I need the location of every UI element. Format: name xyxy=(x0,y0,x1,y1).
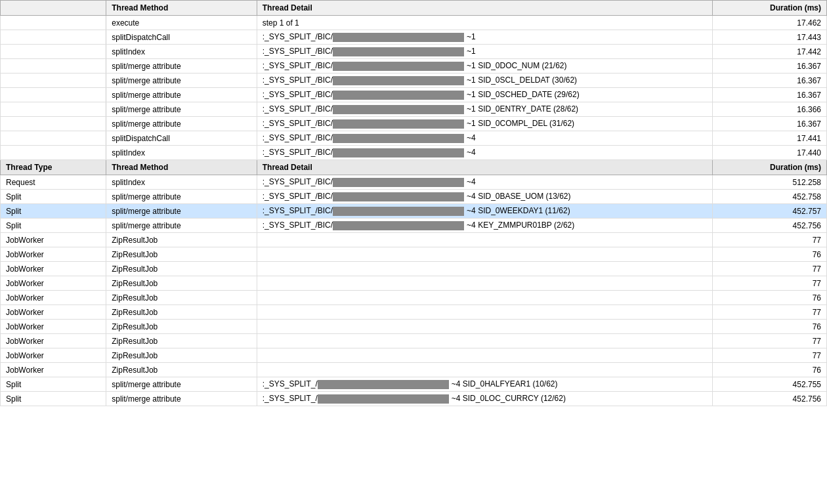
table-row: JobWorkerZipResultJob77 xyxy=(1,262,827,276)
empty-type-cell xyxy=(1,30,106,45)
thread-detail-cell: :_SYS_SPLIT_/BIC/~1 SID_0DOC_NUM (21/62) xyxy=(257,59,713,74)
table-row: split/merge attribute:_SYS_SPLIT_/BIC/~1… xyxy=(1,74,827,88)
duration-cell: 452.756 xyxy=(713,219,827,233)
section2-header-row: Thread Type Thread Method Thread Detail … xyxy=(1,160,827,175)
s1-empty-header xyxy=(1,1,106,16)
duration-cell: 77 xyxy=(713,276,827,291)
duration-cell: 76 xyxy=(713,363,827,377)
redacted-block xyxy=(333,33,464,42)
thread-method-cell: ZipResultJob xyxy=(106,348,257,363)
thread-detail-cell: :_SYS_SPLIT_/BIC/~4 SID_0BASE_UOM (13/62… xyxy=(257,190,713,204)
thread-method-cell: splitIndex xyxy=(106,175,257,190)
thread-type-cell: JobWorker xyxy=(1,233,106,247)
table-row: Splitsplit/merge attribute:_SYS_SPLIT_/B… xyxy=(1,190,827,204)
thread-method-cell: split/merge attribute xyxy=(106,190,257,204)
detail-prefix: :_SYS_SPLIT_/BIC/ xyxy=(263,75,333,85)
detail-prefix: :_SYS_SPLIT_/BIC/ xyxy=(263,133,333,142)
redacted-block xyxy=(333,62,464,71)
table-row: executestep 1 of 117.462 xyxy=(1,16,827,30)
thread-detail-cell: :_SYS_SPLIT_/BIC/~4 xyxy=(257,175,713,190)
table-row: JobWorkerZipResultJob76 xyxy=(1,291,827,305)
detail-suffix: ~4 xyxy=(467,148,476,157)
detail-prefix: :_SYS_SPLIT_/BIC/ xyxy=(263,177,333,186)
detail-suffix: ~4 SID_0BASE_UOM (13/62) xyxy=(467,192,570,201)
detail-prefix: :_SYS_SPLIT_/BIC/ xyxy=(263,206,333,215)
detail-suffix: ~4 xyxy=(467,133,476,142)
table-row: JobWorkerZipResultJob77 xyxy=(1,334,827,348)
thread-type-cell: JobWorker xyxy=(1,305,106,320)
detail-suffix: ~4 SID_0HALFYEAR1 (10/62) xyxy=(452,379,558,388)
thread-method-cell: split/merge attribute xyxy=(106,204,257,219)
thread-method-cell: split/merge attribute xyxy=(106,59,257,74)
thread-method-cell: split/merge attribute xyxy=(106,102,257,117)
redacted-block xyxy=(333,91,464,100)
thread-type-cell: JobWorker xyxy=(1,276,106,291)
thread-detail-cell xyxy=(257,233,713,247)
detail-suffix: ~4 SID_0WEEKDAY1 (11/62) xyxy=(467,206,570,215)
detail-suffix: ~4 xyxy=(467,177,476,186)
table-row: splitIndex:_SYS_SPLIT_/BIC/~417.440 xyxy=(1,146,827,160)
redacted-block xyxy=(333,207,464,216)
detail-suffix: ~4 SID_0LOC_CURRCY (12/62) xyxy=(452,394,566,403)
detail-prefix: :_SYS_SPLIT_/BIC/ xyxy=(263,119,333,128)
empty-type-cell xyxy=(1,102,106,117)
section2-body: RequestsplitIndex:_SYS_SPLIT_/BIC/~4512.… xyxy=(1,175,827,406)
section1-header-row: Thread Method Thread Detail Duration (ms… xyxy=(1,1,827,16)
thread-type-cell: JobWorker xyxy=(1,348,106,363)
detail-prefix: :_SYS_SPLIT_/ xyxy=(263,394,318,403)
duration-cell: 16.367 xyxy=(713,74,827,88)
empty-type-cell xyxy=(1,45,106,59)
table-row: Splitsplit/merge attribute:_SYS_SPLIT_/B… xyxy=(1,219,827,233)
thread-detail-cell: :_SYS_SPLIT_/BIC/~4 SID_0WEEKDAY1 (11/62… xyxy=(257,204,713,219)
thread-detail-cell: :_SYS_SPLIT_/~4 SID_0HALFYEAR1 (10/62) xyxy=(257,377,713,392)
empty-type-cell xyxy=(1,74,106,88)
redacted-block xyxy=(333,47,464,56)
thread-detail-cell xyxy=(257,334,713,348)
detail-prefix: :_SYS_SPLIT_/BIC/ xyxy=(263,47,333,56)
thread-type-cell: JobWorker xyxy=(1,247,106,262)
thread-detail-cell: :_SYS_SPLIT_/BIC/~1 xyxy=(257,30,713,45)
detail-suffix: ~1 SID_0COMPL_DEL (31/62) xyxy=(467,119,574,128)
duration-cell: 452.758 xyxy=(713,190,827,204)
s1-duration-header: Duration (ms) xyxy=(713,1,827,16)
thread-detail-cell xyxy=(257,262,713,276)
thread-method-cell: ZipResultJob xyxy=(106,305,257,320)
detail-suffix: ~1 SID_0SCL_DELDAT (30/62) xyxy=(467,75,577,85)
duration-cell: 512.258 xyxy=(713,175,827,190)
table-row: Splitsplit/merge attribute:_SYS_SPLIT_/~… xyxy=(1,392,827,406)
duration-cell: 452.756 xyxy=(713,392,827,406)
table-row: split/merge attribute:_SYS_SPLIT_/BIC/~1… xyxy=(1,117,827,131)
thread-type-cell: Split xyxy=(1,377,106,392)
detail-prefix: :_SYS_SPLIT_/BIC/ xyxy=(263,90,333,99)
detail-prefix: :_SYS_SPLIT_/BIC/ xyxy=(263,148,333,157)
thread-detail-cell: :_SYS_SPLIT_/BIC/~1 SID_0COMPL_DEL (31/6… xyxy=(257,117,713,131)
empty-type-cell xyxy=(1,146,106,160)
empty-type-cell xyxy=(1,59,106,74)
redacted-block xyxy=(333,178,464,187)
thread-type-cell: Request xyxy=(1,175,106,190)
thread-detail-cell: step 1 of 1 xyxy=(257,16,713,30)
thread-detail-cell: :_SYS_SPLIT_/~4 SID_0LOC_CURRCY (12/62) xyxy=(257,392,713,406)
duration-cell: 76 xyxy=(713,291,827,305)
duration-cell: 77 xyxy=(713,305,827,320)
redacted-block xyxy=(333,221,464,230)
detail-suffix: ~1 SID_0ENTRY_DATE (28/62) xyxy=(467,104,578,114)
thread-method-cell: ZipResultJob xyxy=(106,233,257,247)
thread-detail-cell xyxy=(257,305,713,320)
duration-cell: 77 xyxy=(713,262,827,276)
thread-detail-cell: :_SYS_SPLIT_/BIC/~4 xyxy=(257,131,713,146)
detail-suffix: ~1 SID_0DOC_NUM (21/62) xyxy=(467,61,566,70)
s1-thread-method-header: Thread Method xyxy=(106,1,257,16)
redacted-block xyxy=(333,148,464,158)
duration-cell: 77 xyxy=(713,348,827,363)
thread-detail-cell: :_SYS_SPLIT_/BIC/~1 xyxy=(257,45,713,59)
table-row: JobWorkerZipResultJob76 xyxy=(1,363,827,377)
redacted-block xyxy=(333,119,464,129)
thread-method-cell: ZipResultJob xyxy=(106,320,257,334)
duration-cell: 452.755 xyxy=(713,377,827,392)
table-row: splitIndex:_SYS_SPLIT_/BIC/~117.442 xyxy=(1,45,827,59)
table-row: Splitsplit/merge attribute:_SYS_SPLIT_/B… xyxy=(1,204,827,219)
detail-prefix: :_SYS_SPLIT_/BIC/ xyxy=(263,220,333,230)
performance-table: Thread Method Thread Detail Duration (ms… xyxy=(0,0,827,406)
thread-detail-cell: :_SYS_SPLIT_/BIC/~1 SID_0ENTRY_DATE (28/… xyxy=(257,102,713,117)
